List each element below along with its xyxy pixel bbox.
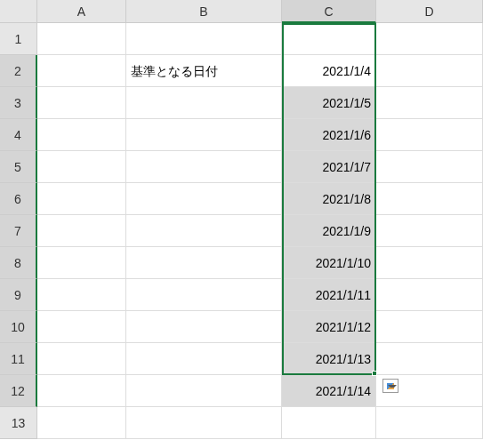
row-header-6[interactable]: 6 [0,183,37,215]
col-header-a[interactable]: A [37,0,126,23]
cell-d11[interactable] [376,343,483,375]
col-header-d[interactable]: D [376,0,483,23]
cell-b13[interactable] [126,407,282,439]
cell-c9[interactable]: 2021/1/11 [282,279,376,311]
cell-a5[interactable] [37,151,126,183]
cell-c11[interactable]: 2021/1/13 [282,343,376,375]
cell-a13[interactable] [37,407,126,439]
cell-c3[interactable]: 2021/1/5 [282,87,376,119]
cell-a6[interactable] [37,183,126,215]
cell-c13[interactable] [282,407,376,439]
cell-b10[interactable] [126,311,282,343]
cell-b1[interactable] [126,23,282,55]
fill-handle[interactable] [372,371,377,376]
cell-d5[interactable] [376,151,483,183]
cell-a12[interactable] [37,375,126,407]
cell-d6[interactable] [376,183,483,215]
cell-b6[interactable] [126,183,282,215]
cell-c10[interactable]: 2021/1/12 [282,311,376,343]
cell-d1[interactable] [376,23,483,55]
cell-d3[interactable] [376,87,483,119]
row-header-12[interactable]: 12 [0,375,37,407]
row-header-10[interactable]: 10 [0,311,37,343]
cell-a11[interactable] [37,343,126,375]
cell-b3[interactable] [126,87,282,119]
row-header-8[interactable]: 8 [0,247,37,279]
row-header-3[interactable]: 3 [0,87,37,119]
row-header-5[interactable]: 5 [0,151,37,183]
cell-c7[interactable]: 2021/1/9 [282,215,376,247]
cell-d9[interactable] [376,279,483,311]
cell-a8[interactable] [37,247,126,279]
cell-b2[interactable]: 基準となる日付 [126,55,282,87]
cell-d13[interactable] [376,407,483,439]
cell-a4[interactable] [37,119,126,151]
cell-a3[interactable] [37,87,126,119]
cell-c1[interactable] [282,23,376,55]
spreadsheet-grid: A B C D 1 2 基準となる日付 2021/1/4 3 2021/1/5 … [0,0,483,439]
cell-a1[interactable] [37,23,126,55]
cell-c5[interactable]: 2021/1/7 [282,151,376,183]
cell-d8[interactable] [376,247,483,279]
row-header-7[interactable]: 7 [0,215,37,247]
cell-c2[interactable]: 2021/1/4 [282,55,376,87]
cell-a10[interactable] [37,311,126,343]
cell-d10[interactable] [376,311,483,343]
select-all-corner[interactable] [0,0,37,23]
cell-b9[interactable] [126,279,282,311]
cell-d2[interactable] [376,55,483,87]
cell-b11[interactable] [126,343,282,375]
cell-b5[interactable] [126,151,282,183]
row-header-13[interactable]: 13 [0,407,37,439]
cell-a7[interactable] [37,215,126,247]
cell-b4[interactable] [126,119,282,151]
cell-c12[interactable]: 2021/1/14 [282,375,376,407]
row-header-11[interactable]: 11 [0,343,37,375]
col-header-b[interactable]: B [126,0,282,23]
col-header-c[interactable]: C [282,0,376,23]
cell-c6[interactable]: 2021/1/8 [282,183,376,215]
cell-a9[interactable] [37,279,126,311]
row-header-2[interactable]: 2 [0,55,37,87]
row-header-1[interactable]: 1 [0,23,37,55]
cell-b12[interactable] [126,375,282,407]
cell-c4[interactable]: 2021/1/6 [282,119,376,151]
row-header-9[interactable]: 9 [0,279,37,311]
cell-a2[interactable] [37,55,126,87]
row-header-4[interactable]: 4 [0,119,37,151]
cell-b7[interactable] [126,215,282,247]
autofill-options-button[interactable] [382,379,398,393]
cell-d7[interactable] [376,215,483,247]
cell-c8[interactable]: 2021/1/10 [282,247,376,279]
cell-d4[interactable] [376,119,483,151]
cell-b8[interactable] [126,247,282,279]
